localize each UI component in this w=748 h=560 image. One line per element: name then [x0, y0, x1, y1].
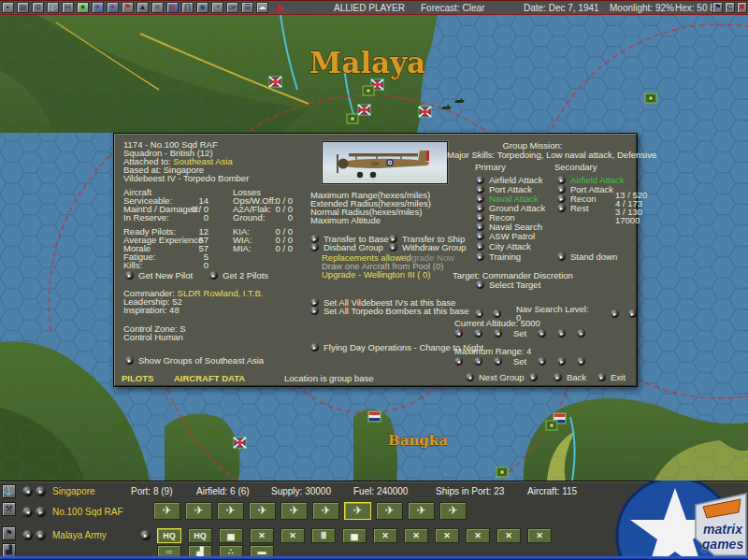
- base-marker[interactable]: [347, 114, 358, 123]
- unit-slot-infantry[interactable]: ✕: [373, 528, 397, 543]
- base-marker[interactable]: [496, 467, 508, 477]
- uk-unit-marker[interactable]: [234, 438, 246, 448]
- decrease-button[interactable]: ◂: [474, 329, 482, 337]
- flag-button[interactable]: ⚑: [712, 2, 723, 13]
- globe-icon[interactable]: ◉: [196, 2, 209, 13]
- mission-primary-port[interactable]: ▸Port Attack: [476, 185, 532, 194]
- unit-slot-infantry[interactable]: ✕: [496, 528, 521, 543]
- mission-secondary-airfield[interactable]: ▸Airfield Attack: [557, 176, 625, 184]
- uk-unit-marker[interactable]: [419, 107, 431, 117]
- pilots-tab[interactable]: PILOTS: [122, 374, 153, 382]
- unit-slot-armor[interactable]: ▅: [342, 528, 367, 543]
- show-groups-button[interactable]: ▸Show Groups of Southeast Asia: [125, 356, 264, 365]
- bridge-icon[interactable]: ∏: [181, 2, 194, 13]
- decrease-small-button[interactable]: ◂: [494, 329, 502, 337]
- get-2-pilots-button[interactable]: ▸Get 2 Pilots: [209, 271, 268, 280]
- army-group-name[interactable]: Malaya Army: [52, 530, 107, 540]
- unit-slot-infantry[interactable]: ✕: [404, 528, 428, 543]
- decrease-button[interactable]: ◂: [474, 357, 482, 366]
- withdraw-group-button[interactable]: ▸Withdraw Group: [389, 243, 467, 251]
- upgrade-option-button[interactable]: Upgrade - Wellington III ( 0): [322, 270, 431, 279]
- disband-group-button[interactable]: ▸Disband Group: [310, 243, 383, 251]
- base-marker[interactable]: [546, 421, 557, 430]
- map-mode-icon[interactable]: ▪: [2, 2, 14, 13]
- combat-icon[interactable]: ▦: [166, 2, 179, 13]
- task-force-icon[interactable]: ▲: [137, 2, 149, 13]
- air-group-name[interactable]: No.100 Sqd RAF: [52, 507, 123, 517]
- decrease-fast-button[interactable]: ◂: [454, 329, 463, 337]
- unit-slot-infantry[interactable]: ✕: [280, 528, 305, 543]
- base-marker[interactable]: [645, 93, 656, 103]
- next-group-button[interactable]: ▸: [529, 373, 538, 381]
- stand-down-button[interactable]: ▸Stand down: [557, 252, 617, 261]
- air-group-slot-6[interactable]: ✈: [312, 502, 339, 520]
- clock-icon[interactable]: ◔: [211, 2, 223, 13]
- uk-unit-marker[interactable]: [358, 105, 370, 115]
- back-button[interactable]: ▸Back: [554, 373, 586, 381]
- weather-icon[interactable]: ☁: [256, 2, 268, 13]
- unit-slot-infantry[interactable]: ✕: [435, 528, 459, 543]
- center-button[interactable]: C: [725, 2, 735, 13]
- commander-icon[interactable]: ⊙: [32, 2, 44, 13]
- decrease-fast-button[interactable]: ◂: [454, 357, 463, 366]
- mission-secondary-rest[interactable]: ▸Rest: [557, 204, 589, 212]
- prev-base-button[interactable]: ◂: [22, 486, 33, 496]
- list-icon[interactable]: ☰: [241, 2, 253, 13]
- aircraft-data-tab[interactable]: AIRCRAFT DATA: [174, 374, 245, 382]
- set-all-class-button[interactable]: ▸Set All Torpedo Bombers at this base: [310, 307, 469, 315]
- close-button[interactable]: ✖: [737, 2, 747, 13]
- air-groups-icon[interactable]: ✈: [92, 2, 104, 13]
- increase-fast-button[interactable]: ▸: [628, 309, 637, 318]
- commander-link[interactable]: SLDR Rowland, I.T.B.: [178, 288, 264, 298]
- select-target-button[interactable]: ▸Select Target: [476, 280, 540, 289]
- mission-secondary-recon[interactable]: ▸Recon: [557, 194, 596, 203]
- air-group-slot-3[interactable]: ✈: [217, 502, 244, 520]
- increase-button[interactable]: ▸: [611, 309, 619, 318]
- air-transfer-icon[interactable]: ✈: [107, 2, 119, 13]
- prev-army-button[interactable]: ◂: [22, 530, 33, 540]
- mission-primary-naval[interactable]: ▸Naval Attack: [476, 194, 539, 203]
- prev-group-button[interactable]: ◂: [466, 373, 474, 381]
- wrench-icon[interactable]: ⚒: [2, 502, 16, 516]
- base-name[interactable]: Singapore: [52, 486, 95, 496]
- mission-primary-recon[interactable]: ▸Recon: [476, 213, 514, 222]
- mission-primary-asw[interactable]: ▸ASW Patrol: [476, 232, 535, 240]
- mission-primary-navalsearch[interactable]: ▸Naval Search: [476, 223, 542, 231]
- ground-units-icon[interactable]: ★: [77, 2, 89, 13]
- exit-button[interactable]: ▸Exit: [597, 373, 626, 381]
- air-group-slot-2[interactable]: ✈: [185, 502, 212, 520]
- unit-slot-infantry[interactable]: ✕: [466, 528, 490, 543]
- get-new-pilot-button[interactable]: ▸Get New Pilot: [125, 271, 193, 280]
- report-icon[interactable]: ▤: [17, 2, 29, 13]
- mission-primary-training[interactable]: ▸Training: [476, 252, 521, 261]
- expand-army-button[interactable]: ▸: [140, 530, 151, 540]
- dutch-unit-marker[interactable]: [368, 411, 381, 422]
- decrease-button[interactable]: ◂: [493, 309, 501, 318]
- unit-slot-hq[interactable]: HQ: [188, 528, 212, 543]
- prev-air-group-button[interactable]: ◂: [22, 507, 33, 517]
- increase-fast-button[interactable]: ▸: [577, 329, 585, 337]
- next-army-button[interactable]: ▸: [36, 530, 46, 540]
- mission-secondary-port[interactable]: ▸Port Attack: [557, 185, 613, 194]
- mission-primary-ground[interactable]: ▸Ground Attack: [476, 204, 545, 212]
- air-group-slot-9[interactable]: ✈: [408, 502, 435, 520]
- flag-objectives-icon[interactable]: ⚑: [122, 2, 134, 13]
- increase-small-button[interactable]: ▸: [538, 329, 546, 337]
- increase-fast-button[interactable]: ▸: [577, 357, 585, 366]
- mission-primary-city[interactable]: ▸City Attack: [476, 242, 531, 251]
- increase-button[interactable]: ▸: [557, 329, 566, 337]
- factory-icon[interactable]: ▟: [2, 543, 16, 557]
- unit-slot-hq-selected[interactable]: HQ: [157, 528, 181, 543]
- unit-slot-brigade[interactable]: Ⅲ: [311, 528, 336, 543]
- next-air-group-button[interactable]: ▸: [36, 507, 46, 517]
- air-group-slot-5[interactable]: ✈: [280, 502, 308, 520]
- flag-icon[interactable]: ⚑: [2, 526, 16, 540]
- air-group-slot-8[interactable]: ✈: [376, 502, 403, 520]
- air-group-slot-7-selected[interactable]: ✈: [344, 502, 371, 520]
- anchor-icon[interactable]: ⚓: [2, 484, 16, 498]
- end-turn-icon[interactable]: ▶: [277, 2, 284, 14]
- decrease-small-button[interactable]: ◂: [494, 357, 502, 366]
- uk-unit-marker[interactable]: [269, 77, 281, 87]
- operations-icon[interactable]: OP: [226, 2, 238, 13]
- decrease-fast-button[interactable]: ◂: [475, 309, 483, 318]
